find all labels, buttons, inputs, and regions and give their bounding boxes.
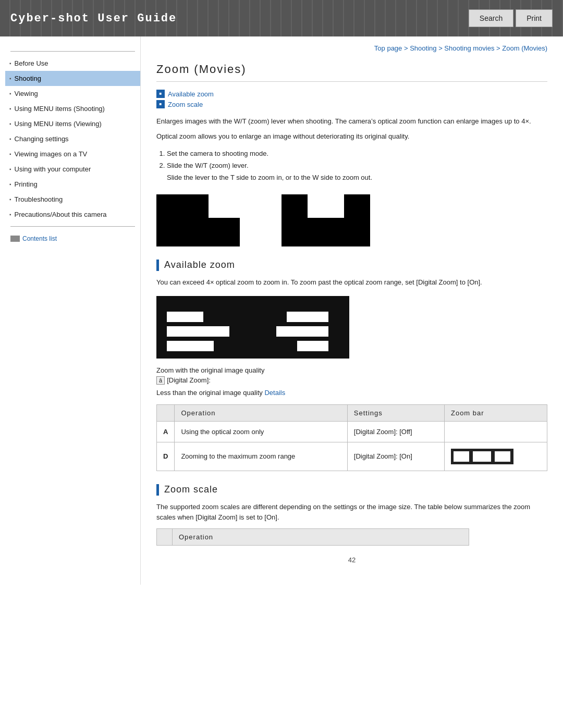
sidebar-item-computer[interactable]: ▪ Using with your computer [5, 162, 140, 177]
sidebar-item-menu-shooting[interactable]: ▪ Using MENU items (Shooting) [5, 101, 140, 116]
bullet-icon: ▪ [9, 136, 11, 142]
bullet-icon: ▪ [9, 151, 11, 157]
zoom-image-2 [282, 194, 370, 246]
sidebar-item-troubleshooting[interactable]: ▪ Troubleshooting [5, 192, 140, 207]
bullet-icon: ▪ [9, 91, 11, 96]
sidebar: ▪ Before Use ▪ Shooting ▪ Viewing ▪ Usin… [0, 36, 141, 585]
zoom-bar-seg3 [495, 451, 510, 462]
header-buttons: Search Print [469, 9, 553, 27]
diagram-block2 [276, 326, 328, 337]
content-area: Top page > Shooting > Shooting movies > … [141, 36, 563, 585]
bottom-th-empty [157, 529, 173, 546]
diagram-block3 [297, 341, 328, 351]
row-d-label: D [157, 442, 175, 471]
row-a-settings: [Digital Zoom]: [Off] [347, 421, 444, 442]
bullet-icon: ▪ [9, 181, 11, 187]
row-d-bar [444, 442, 547, 471]
intro-text1: Enlarges images with the W/T (zoom) leve… [156, 116, 547, 127]
breadcrumb-shooting-movies[interactable]: Shooting movies [444, 44, 494, 52]
section-link-available-zoom: ■ Available zoom [156, 90, 547, 98]
sidebar-item-precautions[interactable]: ▪ Precautions/About this camera [5, 207, 140, 222]
search-button[interactable]: Search [469, 9, 513, 27]
header: Cyber-shot User Guide Search Print [0, 0, 563, 36]
breadcrumb-sep3: > [496, 44, 502, 52]
bullet-icon: ▪ [9, 196, 11, 202]
breadcrumb-sep1: > [404, 44, 410, 52]
th-settings: Settings [347, 404, 444, 421]
zoom-scale-title: Zoom scale [164, 484, 218, 495]
link-icon-zoom-scale: ■ [156, 100, 165, 108]
bullet-icon: ▪ [9, 76, 11, 81]
section-bar-available-zoom [156, 260, 159, 271]
sidebar-item-before-use[interactable]: ▪ Before Use [5, 56, 140, 71]
diagram-block1 [287, 312, 328, 322]
page-number: 42 [156, 556, 547, 564]
sidebar-divider-bottom [10, 226, 135, 227]
row-a-bar [444, 421, 547, 442]
section-bar-zoom-scale [156, 484, 159, 496]
th-zoom-bar: Zoom bar [444, 404, 547, 421]
quality-text2: Less than the original image quality Det… [156, 389, 547, 397]
zoom-bar-seg2 [473, 451, 491, 462]
breadcrumb: Top page > Shooting > Shooting movies > … [156, 44, 547, 52]
main-layout: ▪ Before Use ▪ Shooting ▪ Viewing ▪ Usin… [0, 36, 563, 585]
section-link-zoom-scale: ■ Zoom scale [156, 100, 547, 108]
digital-zoom-text: [Digital Zoom]: [167, 376, 211, 384]
intro-text2: Optical zoom allows you to enlarge an im… [156, 131, 547, 142]
zoom-diagram [156, 296, 349, 359]
bullet-icon: ▪ [9, 121, 11, 127]
bottom-table-header-row: Operation [157, 529, 469, 546]
page-title: Zoom (Movies) [156, 63, 547, 82]
bullet-icon: ▪ [9, 106, 11, 112]
zoom-image-1 [156, 194, 240, 246]
sidebar-divider-top [10, 51, 135, 52]
step-1: Set the camera to shooting mode. [167, 147, 547, 159]
th-operation: Operation [175, 404, 347, 421]
sidebar-item-printing[interactable]: ▪ Printing [5, 177, 140, 192]
print-button[interactable]: Print [516, 9, 553, 27]
digital-zoom-label: â [Digital Zoom]: [156, 376, 547, 385]
row-d-operation: Zooming to the maximum zoom range [175, 442, 347, 471]
zoom-bar-seg1 [454, 451, 469, 462]
contents-list-link[interactable]: Contents list [5, 231, 140, 246]
zoom-scale-section-header: Zoom scale [156, 484, 547, 496]
available-zoom-link[interactable]: Available zoom [168, 90, 214, 98]
step-2: Slide the W/T (zoom) lever. [167, 159, 547, 171]
bottom-th-operation: Operation [173, 529, 469, 546]
bullet-icon: ▪ [9, 166, 11, 172]
breadcrumb-sep2: > [438, 44, 444, 52]
section-links: ■ Available zoom ■ Zoom scale [156, 90, 547, 108]
breadcrumb-zoom-movies[interactable]: Zoom (Movies) [502, 44, 547, 52]
zoom-bar-image [451, 449, 513, 464]
bullet-icon: ▪ [9, 60, 11, 66]
th-empty [157, 404, 175, 421]
breadcrumb-shooting[interactable]: Shooting [410, 44, 436, 52]
available-zoom-title: Available zoom [164, 260, 235, 270]
table-header-row: Operation Settings Zoom bar [157, 404, 547, 421]
link-icon-available-zoom: ■ [156, 90, 165, 98]
row-a-operation: Using the optical zoom only [175, 421, 347, 442]
sidebar-item-changing-settings[interactable]: ▪ Changing settings [5, 131, 140, 146]
sidebar-item-viewing[interactable]: ▪ Viewing [5, 86, 140, 101]
table-row: A Using the optical zoom only [Digital Z… [157, 421, 547, 442]
zoom-table: Operation Settings Zoom bar A Using the … [156, 404, 547, 471]
contents-list-anchor[interactable]: Contents list [22, 235, 57, 242]
row-d-settings: [Digital Zoom]: [On] [347, 442, 444, 471]
details-link[interactable]: Details [264, 389, 285, 397]
table-row: D Zooming to the maximum zoom range [Dig… [157, 442, 547, 471]
bullet-icon: ▪ [9, 212, 11, 217]
sidebar-item-tv[interactable]: ▪ Viewing images on a TV [5, 146, 140, 162]
zoom-scale-link[interactable]: Zoom scale [168, 101, 203, 108]
available-zoom-text: You can exceed 4× optical zoom to zoom i… [156, 277, 547, 288]
step-3: Slide the lever to the T side to zoom in… [167, 171, 547, 183]
sidebar-item-shooting[interactable]: ▪ Shooting [5, 71, 140, 86]
dz-icon: â [156, 376, 165, 385]
steps-list: Set the camera to shooting mode. Slide t… [167, 147, 547, 184]
diagram-bar1 [167, 312, 203, 322]
contents-list-icon [10, 236, 20, 242]
quality-text: Zoom with the original image quality [156, 366, 547, 374]
breadcrumb-top[interactable]: Top page [374, 44, 402, 52]
bottom-table: Operation [156, 528, 469, 546]
sidebar-item-menu-viewing[interactable]: ▪ Using MENU items (Viewing) [5, 116, 140, 131]
available-zoom-section-header: Available zoom [156, 260, 547, 271]
